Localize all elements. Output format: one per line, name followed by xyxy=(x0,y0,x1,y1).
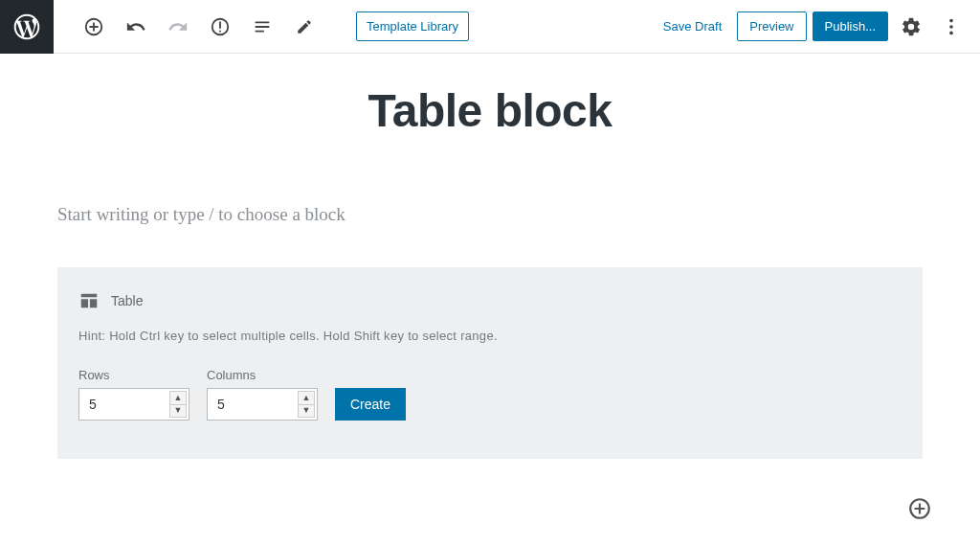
table-icon xyxy=(78,290,100,311)
info-circle-icon xyxy=(210,16,231,37)
wordpress-logo[interactable] xyxy=(0,0,54,54)
rows-step-up[interactable]: ▲ xyxy=(169,391,187,405)
editor-canvas[interactable]: Table block Start writing or type / to c… xyxy=(0,54,980,546)
columns-step-up[interactable]: ▲ xyxy=(298,391,315,405)
list-icon xyxy=(252,16,273,37)
gear-icon xyxy=(901,16,922,37)
columns-spinner: ▲ ▼ xyxy=(298,391,315,418)
plus-circle-icon xyxy=(907,496,932,521)
create-table-button[interactable]: Create xyxy=(335,388,406,421)
table-block-placeholder: Table Hint: Hold Ctrl key to select mult… xyxy=(57,267,923,459)
columns-step-down[interactable]: ▼ xyxy=(298,405,315,419)
rows-step-down[interactable]: ▼ xyxy=(169,405,187,419)
page-title[interactable]: Table block xyxy=(57,84,923,137)
redo-icon xyxy=(167,16,189,37)
more-vertical-icon xyxy=(941,16,962,37)
outline-button[interactable] xyxy=(245,10,279,44)
table-block-header: Table xyxy=(78,290,902,311)
table-block-label: Table xyxy=(111,293,143,308)
table-form-row: Rows ▲ ▼ Columns ▲ xyxy=(78,368,902,421)
save-draft-button[interactable]: Save Draft xyxy=(654,11,731,41)
svg-point-1 xyxy=(949,25,953,29)
publish-button[interactable]: Publish... xyxy=(813,11,888,41)
canvas-inner: Table block Start writing or type / to c… xyxy=(0,84,980,535)
rows-label: Rows xyxy=(78,368,189,382)
preview-button[interactable]: Preview xyxy=(737,11,806,41)
wordpress-icon xyxy=(11,11,42,42)
add-block-button[interactable] xyxy=(77,10,111,44)
more-options-button[interactable] xyxy=(934,10,969,44)
undo-button[interactable] xyxy=(119,10,153,44)
template-library-button[interactable]: Template Library xyxy=(356,11,469,41)
svg-point-2 xyxy=(949,31,953,34)
add-block-fab[interactable] xyxy=(905,494,934,523)
svg-point-0 xyxy=(949,18,953,22)
pencil-icon xyxy=(296,18,313,35)
edit-mode-button[interactable] xyxy=(287,10,322,44)
editor-top-toolbar: Template Library Save Draft Preview Publ… xyxy=(0,0,980,54)
rows-field: Rows ▲ ▼ xyxy=(78,368,189,421)
columns-label: Columns xyxy=(207,368,318,382)
redo-button[interactable] xyxy=(161,10,195,44)
default-block-placeholder[interactable]: Start writing or type / to choose a bloc… xyxy=(57,204,923,225)
undo-icon xyxy=(125,16,146,37)
toolbar-left-group: Template Library xyxy=(54,10,469,44)
toolbar-right-group: Save Draft Preview Publish... xyxy=(654,10,980,44)
rows-spinner: ▲ ▼ xyxy=(169,391,187,418)
info-button[interactable] xyxy=(203,10,237,44)
table-block-hint: Hint: Hold Ctrl key to select multiple c… xyxy=(78,329,902,343)
settings-button[interactable] xyxy=(894,10,928,44)
columns-field: Columns ▲ ▼ xyxy=(207,368,318,421)
plus-circle-icon xyxy=(83,16,104,37)
